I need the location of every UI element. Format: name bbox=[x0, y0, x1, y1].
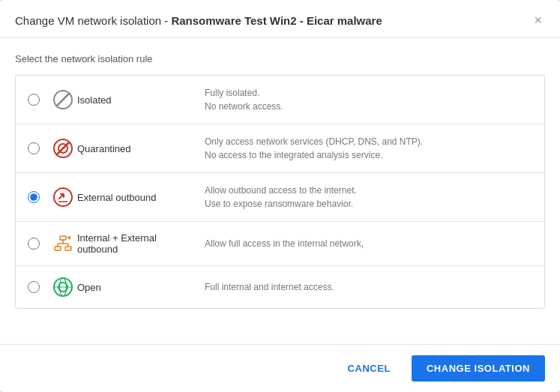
option-internal-external-outbound[interactable]: Internal + External outbound Allow full … bbox=[16, 222, 544, 266]
svg-rect-9 bbox=[65, 247, 71, 250]
isolated-icon bbox=[49, 89, 77, 110]
option-open[interactable]: Open Full internal and internet access. bbox=[16, 266, 544, 308]
dialog-subtitle: Select the network isolation rule bbox=[15, 53, 545, 64]
change-isolation-dialog: Change VM network isolation - Ransomware… bbox=[0, 0, 560, 392]
dialog-body: Select the network isolation rule Isolat… bbox=[0, 38, 560, 344]
radio-isolated[interactable] bbox=[28, 94, 40, 106]
cancel-button[interactable]: CANCEL bbox=[336, 355, 403, 382]
dialog-header: Change VM network isolation - Ransomware… bbox=[0, 0, 560, 38]
svg-rect-7 bbox=[60, 236, 66, 240]
radio-quarantined[interactable] bbox=[28, 142, 40, 154]
quarantined-icon bbox=[49, 138, 77, 159]
dialog-footer: CANCEL CHANGE ISOLATION bbox=[0, 344, 560, 392]
option-external-outbound[interactable]: External outbound Allow outbound access … bbox=[16, 173, 544, 222]
option-isolated[interactable]: Isolated Fully isolated.No network acces… bbox=[16, 76, 544, 124]
isolated-desc: Fully isolated.No network access. bbox=[205, 86, 532, 113]
quarantined-desc: Only access network services (DHCP, DNS,… bbox=[205, 135, 532, 162]
internal-external-outbound-label: Internal + External outbound bbox=[77, 232, 157, 255]
quarantined-label: Quarantined bbox=[77, 143, 131, 154]
radio-open[interactable] bbox=[28, 281, 40, 293]
internal-external-outbound-icon bbox=[49, 233, 77, 254]
radio-internal-external-outbound[interactable] bbox=[28, 238, 40, 250]
radio-external-outbound[interactable] bbox=[28, 191, 40, 203]
external-outbound-icon bbox=[49, 187, 77, 208]
svg-line-1 bbox=[57, 94, 69, 106]
internal-external-outbound-desc: Allow full access in the internal networ… bbox=[205, 237, 532, 250]
open-label: Open bbox=[77, 282, 101, 293]
option-quarantined[interactable]: Quarantined Only access network services… bbox=[16, 124, 544, 173]
open-desc: Full internal and internet access. bbox=[205, 280, 532, 294]
change-isolation-button[interactable]: CHANGE ISOLATION bbox=[412, 355, 545, 382]
isolated-label: Isolated bbox=[77, 94, 112, 106]
svg-rect-8 bbox=[55, 247, 61, 250]
close-button[interactable]: × bbox=[531, 13, 545, 27]
open-icon bbox=[49, 277, 77, 298]
isolation-options-list: Isolated Fully isolated.No network acces… bbox=[15, 75, 545, 309]
external-outbound-desc: Allow outbound access to the internet.Us… bbox=[205, 184, 532, 211]
external-outbound-label: External outbound bbox=[77, 192, 157, 203]
dialog-title: Change VM network isolation - Ransomware… bbox=[15, 14, 382, 27]
